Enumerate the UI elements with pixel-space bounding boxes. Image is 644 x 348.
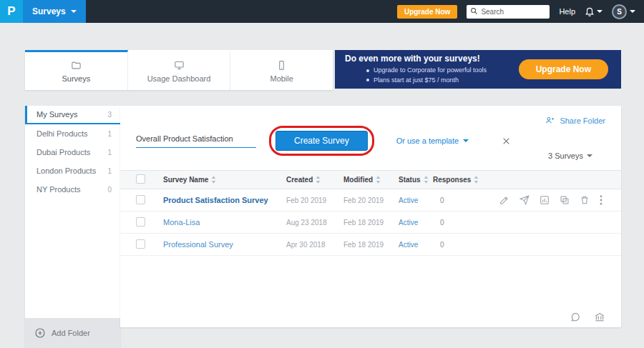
product-switcher-surveys[interactable]: Surveys xyxy=(23,0,86,23)
folder-icon xyxy=(70,60,82,71)
table-row: Product Satisfaction Survey Feb 20 2019 … xyxy=(120,189,621,212)
chevron-down-icon xyxy=(630,10,635,13)
survey-name-link[interactable]: Professional Survey xyxy=(163,240,286,249)
search-box xyxy=(467,4,550,19)
surveys-table: Survey Name Created Modified Status Resp… xyxy=(120,170,621,256)
upgrade-now-button[interactable]: Upgrade Now xyxy=(397,5,457,19)
sidebar-item-delhi-products[interactable]: Delhi Products 1 xyxy=(25,124,120,143)
promo-upgrade-button[interactable]: Upgrade Now xyxy=(519,59,608,79)
survey-name-link[interactable]: Product Satisfaction Survey xyxy=(163,196,286,204)
bell-icon xyxy=(585,6,595,16)
table-row: Professional Survey Apr 30 2018 Feb 18 2… xyxy=(120,234,621,256)
survey-name-input[interactable] xyxy=(136,134,256,148)
promo-text: Do even more with your surveys! Upgrade … xyxy=(345,54,519,85)
folder-count: 1 xyxy=(107,167,112,175)
table-row: Mona-Lisa Aug 23 2018 Feb 18 2019 Active… xyxy=(120,212,621,234)
more-options-icon[interactable] xyxy=(600,195,602,205)
create-survey-button[interactable]: Create Survey xyxy=(275,131,368,151)
row-checkbox[interactable] xyxy=(136,195,145,204)
sidebar-item-london-products[interactable]: London Products 1 xyxy=(25,161,120,180)
modified-date: Feb 20 2019 xyxy=(343,197,399,204)
promo-title: Do even more with your surveys! xyxy=(345,54,519,64)
folder-count: 1 xyxy=(107,149,112,156)
row-checkbox[interactable] xyxy=(136,217,145,227)
chevron-down-icon xyxy=(71,10,77,13)
feedback-icon[interactable] xyxy=(570,312,581,322)
table-header-row: Survey Name Created Modified Status Resp… xyxy=(120,170,621,189)
create-survey-wrap: Create Survey xyxy=(275,131,368,151)
topbar: P Surveys Upgrade Now Help S xyxy=(0,0,644,23)
topbar-right: Upgrade Now Help S xyxy=(397,4,644,19)
close-icon[interactable] xyxy=(502,136,511,146)
folder-count: 3 xyxy=(107,111,112,119)
col-header-status[interactable]: Status xyxy=(399,176,433,184)
survey-name-link[interactable]: Mona-Lisa xyxy=(163,218,286,227)
responses-count: 0 xyxy=(433,197,494,204)
chevron-down-icon xyxy=(463,139,469,142)
sort-icon xyxy=(474,176,479,184)
folder-label: Delhi Products xyxy=(36,129,88,138)
col-header-survey-name[interactable]: Survey Name xyxy=(163,176,286,184)
tab-mobile-label: Mobile xyxy=(270,74,293,83)
view-tabs: Surveys Usage Dashboard Mobile xyxy=(25,50,333,90)
responses-count: 0 xyxy=(433,241,494,249)
folder-label: My Surveys xyxy=(36,110,77,119)
share-user-icon xyxy=(545,116,555,125)
search-input[interactable] xyxy=(467,5,550,19)
header-label: Responses xyxy=(433,176,471,184)
modified-date: Feb 18 2019 xyxy=(343,241,399,249)
bullet-dot-icon xyxy=(366,69,369,72)
share-folder-label: Share Folder xyxy=(560,116,605,125)
created-date: Apr 30 2018 xyxy=(286,241,343,249)
sidebar-item-my-surveys[interactable]: My Surveys 3 xyxy=(25,106,120,124)
delete-trash-icon[interactable] xyxy=(580,195,590,205)
created-date: Aug 23 2018 xyxy=(286,219,343,227)
use-template-label: Or use a template xyxy=(396,136,459,145)
add-folder-button[interactable]: Add Folder xyxy=(25,318,120,348)
notifications-menu[interactable] xyxy=(585,6,602,16)
sidebar-item-ny-products[interactable]: NY Products 0 xyxy=(25,180,120,199)
col-header-modified[interactable]: Modified xyxy=(343,176,399,184)
responses-count: 0 xyxy=(433,219,494,227)
select-all-checkbox[interactable] xyxy=(136,174,145,184)
row-checkbox[interactable] xyxy=(136,239,145,249)
created-date: Feb 20 2019 xyxy=(286,197,343,204)
use-template-link[interactable]: Or use a template xyxy=(396,136,469,145)
app-logo[interactable]: P xyxy=(0,0,23,23)
dashboard-icon xyxy=(173,60,185,71)
upgrade-promo-banner: Do even more with your surveys! Upgrade … xyxy=(335,50,621,89)
col-header-responses[interactable]: Responses xyxy=(433,176,494,184)
header-label: Created xyxy=(286,176,313,184)
tab-mobile[interactable]: Mobile xyxy=(230,50,333,90)
surveys-count-dropdown[interactable]: 3 Surveys xyxy=(548,151,592,160)
status-badge: Active xyxy=(399,197,433,204)
chevron-down-icon xyxy=(587,154,592,157)
copy-icon[interactable] xyxy=(560,195,570,205)
sidebar-item-dubai-products[interactable]: Dubai Products 1 xyxy=(25,143,120,161)
analytics-icon[interactable] xyxy=(540,195,550,205)
bank-icon[interactable] xyxy=(594,312,605,322)
modified-date: Feb 18 2019 xyxy=(343,219,399,227)
promo-bullet-1: Upgrade to Corporate for powerful tools xyxy=(366,66,519,76)
folder-label: Dubai Products xyxy=(36,148,90,156)
col-header-created[interactable]: Created xyxy=(286,176,343,184)
create-survey-form: Create Survey Or use a template xyxy=(136,129,511,152)
folder-count: 0 xyxy=(107,186,112,194)
tab-usage-dashboard[interactable]: Usage Dashboard xyxy=(128,50,231,90)
plus-circle-icon xyxy=(34,327,46,339)
promo-bullet-1-text: Upgrade to Corporate for powerful tools xyxy=(374,66,487,76)
product-switcher-label: Surveys xyxy=(32,6,66,16)
mobile-phone-icon xyxy=(276,60,287,71)
add-folder-label: Add Folder xyxy=(52,329,90,337)
sort-icon xyxy=(376,176,381,184)
help-link[interactable]: Help xyxy=(559,7,575,16)
tab-surveys[interactable]: Surveys xyxy=(25,50,128,90)
edit-pencil-icon[interactable] xyxy=(499,195,509,205)
tab-usage-dashboard-label: Usage Dashboard xyxy=(147,74,211,83)
folders-sidebar: My Surveys 3 Delhi Products 1 Dubai Prod… xyxy=(25,106,120,348)
share-folder-button[interactable]: Share Folder xyxy=(545,116,605,125)
panel-footer-icons xyxy=(570,312,605,322)
header-label: Survey Name xyxy=(163,176,208,184)
send-icon[interactable] xyxy=(519,195,530,205)
account-menu[interactable]: S xyxy=(612,4,635,19)
